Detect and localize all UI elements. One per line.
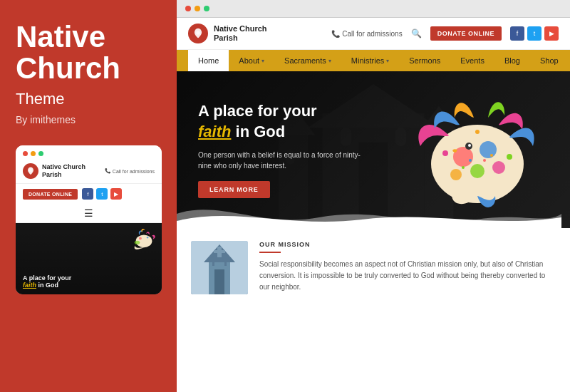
svg-point-25 <box>468 144 471 147</box>
svg-point-23 <box>492 161 505 174</box>
mobile-donate-button[interactable]: DONATE ONLINE <box>23 189 78 200</box>
theme-title-line1: Native <box>16 20 105 53</box>
svg-point-2 <box>139 237 142 240</box>
site-navigation: Home About ▾ Sacraments ▾ Ministries ▾ S… <box>177 50 570 71</box>
mobile-donate-row: DONATE ONLINE f t ▶ <box>16 184 162 204</box>
svg-point-31 <box>462 166 465 169</box>
wave-divider <box>177 192 561 228</box>
mission-body: Social responsibility becomes an aspect … <box>259 259 556 293</box>
site-hero: A place for your faith in God One person… <box>177 71 570 228</box>
mobile-hamburger-menu[interactable]: ☰ <box>16 204 162 223</box>
about-arrow: ▾ <box>261 58 264 64</box>
mobile-phone: 📞 Call for admissions <box>105 168 155 174</box>
svg-point-4 <box>135 241 140 244</box>
hero-subtitle: One person with a belief is equal to a f… <box>198 150 372 171</box>
svg-rect-40 <box>214 250 225 253</box>
svg-point-22 <box>450 169 462 180</box>
mobile-hero-line2: faith in God <box>23 282 71 289</box>
mission-image <box>191 241 248 294</box>
mission-section: OUR MISSION Social responsibility become… <box>177 228 570 392</box>
nav-item-shop[interactable]: Shop <box>530 50 569 71</box>
site-logo: Native Church Parish <box>188 24 267 43</box>
site-header: Native Church Parish 📞 Call for admissio… <box>177 18 570 50</box>
hero-title: A place for your faith in God <box>198 101 372 142</box>
nav-item-about[interactable]: About ▾ <box>229 50 274 71</box>
mobile-twitter-icon[interactable]: t <box>96 188 108 200</box>
mobile-hero: A place for your faith in God <box>16 223 162 294</box>
nav-item-events[interactable]: Events <box>450 50 494 71</box>
mobile-faith-word: faith <box>23 282 36 289</box>
sacraments-arrow: ▾ <box>328 58 331 64</box>
svg-point-26 <box>442 150 448 156</box>
left-panel: Native Church Theme By imithemes Native … <box>0 0 177 392</box>
theme-subtitle: Theme <box>16 90 161 108</box>
mobile-dot-green <box>38 151 43 156</box>
mobile-dot-yellow <box>31 151 36 156</box>
svg-point-0 <box>29 169 32 172</box>
svg-point-28 <box>475 130 480 134</box>
browser-dot-green <box>204 6 209 11</box>
site-logo-icon <box>188 24 208 43</box>
browser-dot-red <box>185 6 191 11</box>
theme-title-line2: Church <box>16 51 120 85</box>
mobile-hero-bird <box>130 227 157 254</box>
site-header-right: 📞 Call for admissions 🔍 DONATE ONLINE f … <box>331 26 559 41</box>
mobile-hero-in-god: in God <box>38 282 59 289</box>
svg-point-32 <box>490 154 493 157</box>
site-logo-line2: Parish <box>214 33 238 42</box>
hero-title-part2: in God <box>236 123 286 140</box>
mobile-browser-dots <box>16 145 162 159</box>
church-silhouette <box>191 241 248 294</box>
nav-item-blog[interactable]: Blog <box>494 50 530 71</box>
mobile-dot-red <box>23 151 28 156</box>
site-logo-line1: Native Church <box>214 24 267 33</box>
svg-point-5 <box>196 31 200 34</box>
right-panel-browser: Native Church Parish 📞 Call for admissio… <box>177 0 570 392</box>
mission-tag: OUR MISSION <box>259 241 556 248</box>
twitter-icon[interactable]: t <box>527 26 542 41</box>
facebook-icon[interactable]: f <box>510 26 524 41</box>
nav-item-sermons[interactable]: Sermons <box>399 50 450 71</box>
mobile-hero-line1: A place for your <box>23 274 71 282</box>
svg-rect-38 <box>224 255 227 266</box>
svg-rect-36 <box>214 269 224 294</box>
theme-author: By imithemes <box>16 114 161 125</box>
svg-point-3 <box>147 237 149 239</box>
site-social-icons: f t ▶ <box>510 26 559 41</box>
mission-text-block: OUR MISSION Social responsibility become… <box>259 241 556 293</box>
nav-item-sacraments[interactable]: Sacraments ▾ <box>274 50 341 71</box>
mobile-youtube-icon[interactable]: ▶ <box>110 188 122 200</box>
mobile-facebook-icon[interactable]: f <box>82 188 93 200</box>
nav-item-home[interactable]: Home <box>188 50 229 71</box>
hero-title-part1: A place for your <box>198 102 317 120</box>
nav-item-ministries[interactable]: Ministries ▾ <box>341 50 399 71</box>
mobile-hero-text: A place for your faith in God <box>23 274 71 289</box>
search-icon[interactable]: 🔍 <box>411 29 422 38</box>
site-logo-text: Native Church Parish <box>214 24 267 43</box>
mobile-social-icons: f t ▶ <box>82 188 122 200</box>
ministries-arrow: ▾ <box>386 58 389 64</box>
mobile-logo: Native Church Parish <box>23 163 86 179</box>
theme-title: Native Church <box>16 21 161 84</box>
mobile-logo-text: Native Church Parish <box>42 163 86 179</box>
mission-divider <box>259 252 281 253</box>
youtube-icon[interactable]: ▶ <box>544 26 559 41</box>
svg-point-29 <box>469 159 472 162</box>
svg-point-27 <box>507 154 512 160</box>
browser-chrome <box>177 0 570 18</box>
site-call-text: 📞 Call for admissions <box>331 30 402 38</box>
svg-rect-37 <box>212 255 214 266</box>
mobile-call-text: Call for admissions <box>113 169 155 174</box>
mobile-logo-icon <box>23 163 38 179</box>
mobile-header: Native Church Parish 📞 Call for admissio… <box>16 159 162 184</box>
mobile-preview-card: Native Church Parish 📞 Call for admissio… <box>16 145 162 294</box>
svg-point-20 <box>480 141 497 158</box>
hero-content: A place for your faith in God One person… <box>177 101 393 197</box>
browser-dot-yellow <box>195 6 200 11</box>
svg-point-30 <box>483 159 486 162</box>
donate-button[interactable]: DONATE ONLINE <box>430 26 502 41</box>
svg-point-21 <box>470 164 484 178</box>
hero-faith-word: faith <box>198 123 231 140</box>
